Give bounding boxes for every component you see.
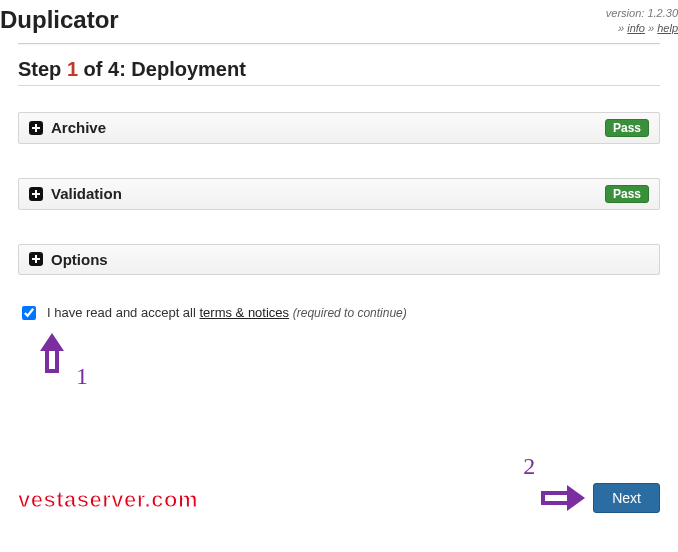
header-divider: [18, 43, 660, 44]
panel-options[interactable]: Options: [18, 244, 660, 275]
required-note: (required to continue): [293, 306, 407, 320]
arrow-right-icon: [567, 485, 585, 511]
terms-notices-link[interactable]: terms & notices: [200, 305, 290, 320]
step-heading: Step 1 of 4: Deployment: [18, 58, 660, 81]
accept-label: I have read and accept all: [47, 305, 200, 320]
app-title: Duplicator: [0, 6, 119, 34]
panel-archive[interactable]: Archive Pass: [18, 112, 660, 144]
header-meta: version: 1.2.30 » info » help: [606, 6, 678, 37]
expand-icon: [29, 252, 43, 266]
panel-validation[interactable]: Validation Pass: [18, 178, 660, 210]
annotation-arrow-2: 2: [541, 485, 585, 511]
annotation-number-2: 2: [523, 453, 535, 480]
accept-terms-checkbox[interactable]: [22, 306, 36, 320]
help-link[interactable]: help: [657, 22, 678, 34]
arrow-up-icon: [40, 333, 64, 351]
panel-validation-title: Validation: [51, 185, 122, 202]
next-button[interactable]: Next: [593, 483, 660, 513]
annotation-arrow-1: 1: [36, 333, 660, 393]
version-label: version: 1.2.30: [606, 6, 678, 21]
expand-icon: [29, 187, 43, 201]
step-divider: [18, 85, 660, 86]
panel-options-title: Options: [51, 251, 108, 268]
watermark-text: vestaserver.com: [18, 487, 198, 513]
info-link[interactable]: info: [627, 22, 645, 34]
step-number: 1: [67, 58, 78, 80]
annotation-number-1: 1: [76, 363, 88, 390]
accept-terms-row: I have read and accept all terms & notic…: [18, 303, 660, 323]
status-badge-pass: Pass: [605, 185, 649, 203]
expand-icon: [29, 121, 43, 135]
panel-archive-title: Archive: [51, 119, 106, 136]
status-badge-pass: Pass: [605, 119, 649, 137]
